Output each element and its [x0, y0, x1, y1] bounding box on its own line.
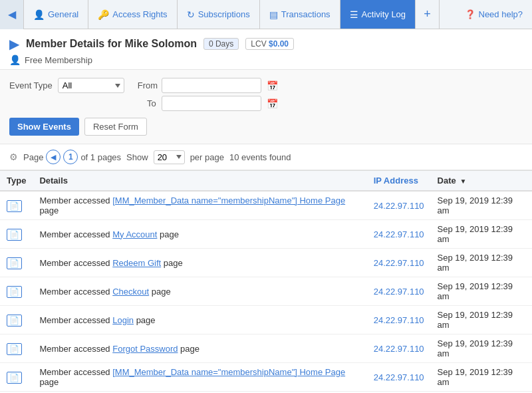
ip-link[interactable]: 24.22.97.110 — [374, 372, 424, 382]
ip-link[interactable]: 24.22.97.110 — [374, 315, 424, 325]
details-link[interactable]: [MM_Member_Data name="membershipName"] H… — [112, 196, 345, 205]
show-label: Show — [126, 152, 148, 162]
col-type: Type — [0, 171, 33, 192]
cell-ip: 24.22.97.110 — [367, 191, 431, 220]
prev-page-button[interactable]: ◀ — [46, 150, 61, 164]
details-suffix: page — [149, 287, 171, 297]
per-page-select[interactable]: 10 20 50 100 — [154, 150, 185, 164]
membership-icon: 👤 — [9, 55, 21, 65]
table-row: 📄Member accessed [MM_Member_Data name="m… — [0, 191, 532, 220]
lcv-prefix: LCV — [251, 39, 266, 49]
details-suffix: page — [39, 205, 59, 215]
event-type-group: Event Type All Page View Login Email Oth… — [9, 78, 124, 93]
details-suffix: page — [161, 258, 183, 268]
to-calendar-icon[interactable]: 📅 — [267, 98, 278, 109]
per-page-label: per page — [190, 152, 224, 162]
tab-access-rights[interactable]: 🔑 Access Rights — [88, 0, 177, 29]
to-label: To — [138, 98, 156, 108]
to-date-input[interactable] — [162, 96, 261, 111]
doc-icon: 📄 — [7, 315, 22, 327]
activity-table: Type Details IP Address Date ▼ 📄Member a… — [0, 170, 532, 393]
list-icon: ▤ — [269, 9, 278, 20]
help-icon: ❓ — [465, 9, 475, 19]
show-events-button[interactable]: Show Events — [9, 118, 79, 136]
cell-ip: 24.22.97.110 — [367, 334, 431, 363]
current-page[interactable]: 1 — [63, 150, 78, 164]
details-link[interactable]: Login — [112, 315, 134, 325]
details-suffix: page — [157, 229, 179, 239]
membership-label: Free Membership — [25, 55, 92, 65]
settings-icon[interactable]: ⚙ — [9, 152, 18, 162]
cell-ip: 24.22.97.110 — [367, 363, 431, 392]
details-prefix: Member accessed — [39, 229, 112, 239]
cell-type: 📄 — [0, 363, 33, 392]
tab-subscriptions[interactable]: ↻ Subscriptions — [178, 0, 260, 29]
details-link[interactable]: Checkout — [112, 287, 149, 297]
table-row: 📄Member accessed Redeem Gift page24.22.9… — [0, 249, 532, 277]
details-prefix: Member accessed — [39, 287, 112, 297]
ip-link[interactable]: 24.22.97.110 — [374, 287, 424, 297]
cell-date: Sep 19, 2019 12:39 am — [431, 277, 532, 306]
cell-date: Sep 19, 2019 12:39 am — [431, 363, 532, 392]
of-pages-label: of 1 pages — [80, 152, 121, 162]
details-link[interactable]: My Account — [112, 229, 157, 239]
ip-link[interactable]: 24.22.97.110 — [374, 344, 424, 354]
doc-icon: 📄 — [7, 286, 22, 298]
tab-access-rights-label: Access Rights — [112, 9, 167, 19]
col-date[interactable]: Date ▼ — [431, 171, 532, 192]
cell-ip: 24.22.97.110 — [367, 220, 431, 249]
table-row: 📄Member accessed Login page24.22.97.110S… — [0, 306, 532, 334]
col-ip: IP Address — [367, 171, 431, 192]
tab-general-label: General — [48, 9, 78, 19]
user-icon: 👤 — [33, 9, 45, 20]
reset-form-button[interactable]: Reset Form — [84, 118, 147, 136]
table-row: 📄Member accessed [MM_Member_Data name="m… — [0, 363, 532, 392]
days-badge: 0 Days — [203, 38, 239, 50]
sort-icon: ▼ — [460, 178, 466, 185]
member-name: Member Details for Mike Solomon — [26, 38, 197, 50]
cell-type: 📄 — [0, 220, 33, 249]
doc-icon: 📄 — [7, 229, 22, 241]
tab-general[interactable]: 👤 General — [24, 0, 88, 29]
back-button[interactable]: ◀ — [0, 0, 24, 29]
event-type-label: Event Type — [9, 80, 53, 90]
play-button[interactable]: ▶ — [9, 36, 19, 52]
cell-ip: 24.22.97.110 — [367, 277, 431, 306]
from-calendar-icon[interactable]: 📅 — [267, 80, 278, 91]
ip-link[interactable]: 24.22.97.110 — [374, 258, 424, 268]
details-prefix: Member accessed — [39, 367, 112, 377]
tab-activity-log-label: Activity Log — [362, 9, 406, 19]
tab-transactions[interactable]: ▤ Transactions — [260, 0, 340, 29]
cell-details: Member accessed Forgot Password page — [33, 334, 366, 363]
ip-link[interactable]: 24.22.97.110 — [374, 201, 424, 211]
cell-type: 📄 — [0, 249, 33, 277]
date-range-group: From 📅 To 📅 — [138, 78, 278, 111]
key-icon: 🔑 — [98, 9, 109, 20]
pagination-row: ⚙ Page ◀ 1 of 1 pages Show 10 20 50 100 … — [0, 144, 532, 170]
cell-ip: 24.22.97.110 — [367, 306, 431, 334]
event-type-select[interactable]: All Page View Login Email Other — [58, 78, 124, 93]
page-label: Page — [23, 152, 43, 162]
details-prefix: Member accessed — [39, 258, 112, 268]
add-tab-button[interactable]: + — [416, 0, 440, 29]
details-link[interactable]: [MM_Member_Data name="membershipName"] H… — [112, 367, 345, 377]
help-button[interactable]: ❓ Need help? — [456, 0, 533, 29]
from-date-input[interactable] — [162, 78, 261, 93]
cell-date: Sep 19, 2019 12:39 am — [431, 220, 532, 249]
lcv-badge: LCV $0.00 — [245, 38, 294, 50]
doc-icon: 📄 — [7, 372, 22, 384]
page-info: Page ◀ 1 of 1 pages — [23, 150, 121, 164]
ip-link[interactable]: 24.22.97.110 — [374, 229, 424, 239]
cell-details: Member accessed Checkout page — [33, 277, 366, 306]
details-prefix: Member accessed — [39, 196, 112, 205]
menu-icon: ☰ — [350, 9, 358, 20]
tab-activity-log[interactable]: ☰ Activity Log — [340, 0, 416, 29]
cell-date: Sep 19, 2019 12:39 am — [431, 306, 532, 334]
cell-details: Member accessed [MM_Member_Data name="me… — [33, 191, 366, 220]
details-link[interactable]: Forgot Password — [112, 344, 178, 354]
cell-type: 📄 — [0, 334, 33, 363]
details-link[interactable]: Redeem Gift — [112, 258, 161, 268]
cell-details: Member accessed Redeem Gift page — [33, 249, 366, 277]
help-label: Need help? — [479, 9, 523, 19]
lcv-value: $0.00 — [269, 39, 289, 49]
